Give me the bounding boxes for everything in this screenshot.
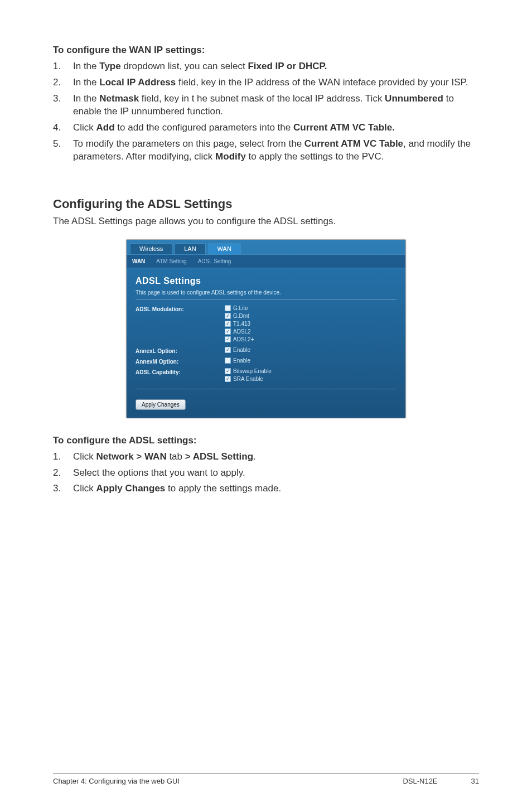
setting-options: ✓Enable xyxy=(225,347,250,356)
text-run: Click xyxy=(73,483,96,494)
adsl-settings-screenshot: WirelessLANWAN WANATM SettingADSL Settin… xyxy=(53,239,479,418)
list-item: 3.In the Netmask field, key in t he subn… xyxy=(53,93,479,118)
text-run: field, key in the IP address of the WAN … xyxy=(176,77,468,88)
list-body: In the Netmask field, key in t he subnet… xyxy=(73,93,479,118)
checkbox-option[interactable]: ✓Enable xyxy=(225,347,250,353)
list-number: 2. xyxy=(53,76,73,89)
bold-term: Modify xyxy=(215,151,246,162)
text-run: Select the options that you want to appl… xyxy=(73,467,245,478)
text-run: In the xyxy=(73,77,99,88)
setting-row: ADSL Capability:✓Bitswap Enable✓SRA Enab… xyxy=(136,368,396,385)
sub-tab-wan[interactable]: WAN xyxy=(130,257,147,265)
setting-label: ADSL Capability: xyxy=(136,368,225,375)
checkbox-option[interactable]: ✓ADSL2+ xyxy=(225,336,254,342)
footer-model: DSL-N12E xyxy=(403,777,437,785)
list-item: 1.In the Type dropdown list, you can sel… xyxy=(53,60,479,73)
list-number: 2. xyxy=(53,467,73,480)
checkbox-icon[interactable]: ✓ xyxy=(225,376,231,382)
checkbox-label: ADSL2 xyxy=(233,328,251,335)
setting-label: AnnexL Option: xyxy=(136,347,225,354)
list-number: 3. xyxy=(53,93,73,105)
top-tab-lan[interactable]: LAN xyxy=(175,243,205,254)
list-body: Click Apply Changes to apply the setting… xyxy=(73,482,479,495)
wan-ip-heading: To configure the WAN IP settings: xyxy=(53,45,479,56)
list-body: In the Local IP Address field, key in th… xyxy=(73,76,479,89)
setting-row: ADSL Modulation:G.Lite✓G.Dmt✓T1.413✓ADSL… xyxy=(136,305,396,346)
checkbox-icon[interactable]: ✓ xyxy=(225,347,231,353)
wan-ip-steps: 1.In the Type dropdown list, you can sel… xyxy=(53,60,479,163)
list-body: In the Type dropdown list, you can selec… xyxy=(73,60,479,73)
panel-desc: This page is used to configure ADSL sett… xyxy=(136,289,396,296)
list-item: 2.In the Local IP Address field, key in … xyxy=(53,76,479,89)
sub-tab-atm-setting[interactable]: ATM Setting xyxy=(154,257,188,265)
text-run: Click xyxy=(73,122,96,133)
footer-chapter: Chapter 4: Configuring via the web GUI xyxy=(53,777,180,785)
checkbox-option[interactable]: ✓SRA Enable xyxy=(225,376,272,382)
setting-label: ADSL Modulation: xyxy=(136,305,225,312)
checkbox-option[interactable]: ✓T1.413 xyxy=(225,321,254,327)
checkbox-icon[interactable]: ✓ xyxy=(225,368,231,374)
list-item: 4.Click Add to add the configured parame… xyxy=(53,122,479,134)
text-run: . xyxy=(253,451,256,462)
bold-term: Apply Changes xyxy=(96,483,166,494)
checkbox-option[interactable]: Enable xyxy=(225,357,250,364)
setting-row: AnnexM Option:Enable xyxy=(136,357,396,367)
text-run: In the xyxy=(73,93,99,104)
setting-row: AnnexL Option:✓Enable xyxy=(136,347,396,356)
checkbox-icon[interactable]: ✓ xyxy=(225,321,231,327)
checkbox-label: Bitswap Enable xyxy=(233,368,272,374)
text-run: To modify the parameters on this page, s… xyxy=(73,138,304,149)
checkbox-option[interactable]: G.Lite xyxy=(225,305,254,311)
bold-term: Type xyxy=(99,61,120,71)
checkbox-icon[interactable] xyxy=(225,305,231,311)
checkbox-icon[interactable]: ✓ xyxy=(225,328,231,335)
bold-term: Current ATM VC Table xyxy=(304,138,403,149)
setting-label: AnnexM Option: xyxy=(136,357,225,365)
bold-term: Netmask xyxy=(99,93,139,104)
checkbox-icon[interactable] xyxy=(225,357,231,364)
footer-page-number: 31 xyxy=(471,777,479,785)
checkbox-label: T1.413 xyxy=(233,321,250,327)
adsl-steps: 1.Click Network > WAN tab > ADSL Setting… xyxy=(53,451,479,496)
checkbox-option[interactable]: ✓G.Dmt xyxy=(225,313,254,319)
list-number: 1. xyxy=(53,451,73,463)
setting-options: G.Lite✓G.Dmt✓T1.413✓ADSL2✓ADSL2+ xyxy=(225,305,254,346)
checkbox-icon[interactable]: ✓ xyxy=(225,313,231,319)
text-run: to add the configured parameters into th… xyxy=(115,122,293,133)
text-run: dropdown list, you can select xyxy=(121,61,248,71)
text-run: Click xyxy=(73,451,96,462)
setting-options: Enable xyxy=(225,357,250,367)
top-tab-wireless[interactable]: Wireless xyxy=(130,243,172,254)
text-run: field, key in t he subnet mask of the lo… xyxy=(139,93,385,104)
bold-term: Local IP Address xyxy=(99,77,176,88)
bold-term: > ADSL Setting xyxy=(185,451,253,462)
list-body: To modify the parameters on this page, s… xyxy=(73,138,479,163)
checkbox-option[interactable]: ✓ADSL2 xyxy=(225,328,254,335)
list-item: 1.Click Network > WAN tab > ADSL Setting… xyxy=(53,451,479,463)
page-footer: Chapter 4: Configuring via the web GUI D… xyxy=(0,773,532,785)
checkbox-label: Enable xyxy=(233,347,250,353)
text-run: tab xyxy=(167,451,185,462)
list-item: 5.To modify the parameters on this page,… xyxy=(53,138,479,163)
text-run: In the xyxy=(73,61,99,71)
top-tab-wan[interactable]: WAN xyxy=(208,243,241,254)
checkbox-label: SRA Enable xyxy=(233,376,263,382)
checkbox-label: G.Lite xyxy=(233,305,248,311)
list-body: Click Add to add the configured paramete… xyxy=(73,122,479,134)
checkbox-icon[interactable]: ✓ xyxy=(225,336,231,342)
adsl-steps-heading: To configure the ADSL settings: xyxy=(53,435,479,446)
bold-term: Network > WAN xyxy=(96,451,167,462)
checkbox-option[interactable]: ✓Bitswap Enable xyxy=(225,368,272,374)
bold-term: Add xyxy=(96,122,115,133)
list-body: Click Network > WAN tab > ADSL Setting. xyxy=(73,451,479,463)
setting-options: ✓Bitswap Enable✓SRA Enable xyxy=(225,368,272,385)
list-number: 5. xyxy=(53,138,73,151)
apply-changes-button[interactable]: Apply Changes xyxy=(136,399,186,410)
sub-tab-adsl-setting[interactable]: ADSL Setting xyxy=(196,257,234,265)
panel-title: ADSL Settings xyxy=(136,276,396,286)
adsl-section-lead: The ADSL Settings page allows you to con… xyxy=(53,216,479,227)
bold-term: Current ATM VC Table. xyxy=(293,122,395,133)
checkbox-label: ADSL2+ xyxy=(233,336,254,342)
list-item: 2.Select the options that you want to ap… xyxy=(53,467,479,480)
checkbox-label: G.Dmt xyxy=(233,313,249,319)
